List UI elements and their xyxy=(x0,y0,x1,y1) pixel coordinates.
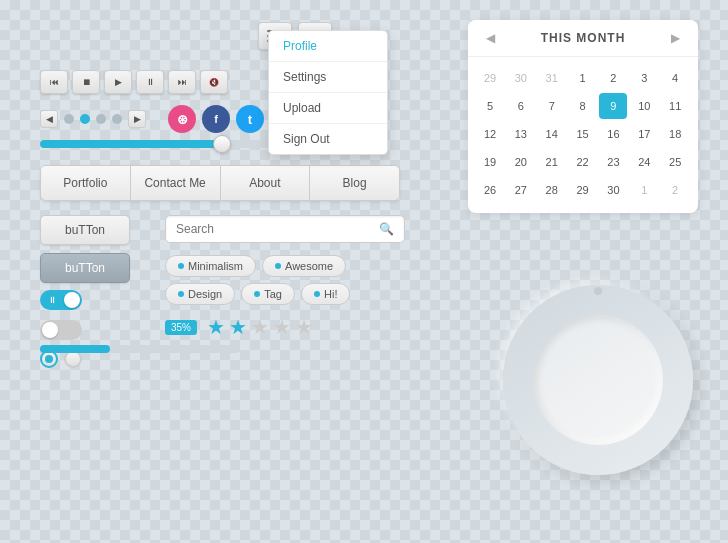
radio-inner-dot xyxy=(45,355,53,363)
tag-hi[interactable]: Hi! xyxy=(301,283,350,305)
tag-minimalism[interactable]: Minimalism xyxy=(165,255,256,277)
calendar-grid: 29 30 31 1 2 3 4 5 6 7 8 9 10 11 12 13 1… xyxy=(468,57,698,213)
cal-cell[interactable]: 29 xyxy=(476,65,504,91)
tag-design[interactable]: Design xyxy=(165,283,235,305)
social-dribbble-icon[interactable]: ⊛ xyxy=(168,105,196,133)
search-box: 🔍 xyxy=(165,215,405,243)
star-2[interactable]: ★ xyxy=(229,315,247,339)
toggle-knob-off xyxy=(42,322,58,338)
nav-dot-4[interactable] xyxy=(112,114,122,124)
search-icon: 🔍 xyxy=(379,222,394,236)
cal-cell[interactable]: 12 xyxy=(476,121,504,147)
toggle-1-wrap: ⏸ xyxy=(40,290,82,310)
dropdown-menu: Profile Settings Upload Sign Out xyxy=(268,30,388,155)
cal-cell[interactable]: 21 xyxy=(538,149,566,175)
cal-cell[interactable]: 25 xyxy=(661,149,689,175)
progress-bar-track xyxy=(40,345,240,353)
play-button[interactable]: ▶ xyxy=(104,70,132,94)
cal-cell[interactable]: 20 xyxy=(507,149,535,175)
calendar-title: THIS MONTH xyxy=(541,31,626,45)
calendar-row-3: 12 13 14 15 16 17 18 xyxy=(476,121,690,147)
cal-cell[interactable]: 23 xyxy=(599,149,627,175)
dropdown-item-profile[interactable]: Profile xyxy=(269,31,387,62)
cal-cell[interactable]: 17 xyxy=(630,121,658,147)
percentage-badge: 35% xyxy=(165,320,197,335)
cal-cell[interactable]: 24 xyxy=(630,149,658,175)
cal-cell[interactable]: 15 xyxy=(569,121,597,147)
calendar-next[interactable]: ▶ xyxy=(666,28,686,48)
star-5[interactable]: ★ xyxy=(295,315,313,339)
tab-blog[interactable]: Blog xyxy=(310,166,399,200)
volume-button[interactable]: 🔇 xyxy=(200,70,228,94)
cal-cell[interactable]: 10 xyxy=(630,93,658,119)
calendar-header: ◀ THIS MONTH ▶ xyxy=(468,20,698,57)
tag-tag[interactable]: Tag xyxy=(241,283,295,305)
calendar: ◀ THIS MONTH ▶ 29 30 31 1 2 3 4 5 6 7 8 … xyxy=(468,20,698,213)
cal-cell[interactable]: 30 xyxy=(599,177,627,203)
button-dark[interactable]: buTTon xyxy=(40,253,130,283)
cal-cell[interactable]: 14 xyxy=(538,121,566,147)
toggle-2-wrap xyxy=(40,320,82,340)
rewind-button[interactable]: ⏮ xyxy=(40,70,68,94)
dropdown-item-upload[interactable]: Upload xyxy=(269,93,387,124)
cal-cell[interactable]: 29 xyxy=(569,177,597,203)
slider-track xyxy=(40,140,290,148)
social-facebook-icon[interactable]: f xyxy=(202,105,230,133)
cal-cell[interactable]: 11 xyxy=(661,93,689,119)
cal-cell[interactable]: 19 xyxy=(476,149,504,175)
dropdown-item-signout[interactable]: Sign Out xyxy=(269,124,387,154)
cal-cell[interactable]: 6 xyxy=(507,93,535,119)
cal-cell[interactable]: 5 xyxy=(476,93,504,119)
nav-dot-2[interactable] xyxy=(80,114,90,124)
toggle-knob-on xyxy=(64,292,80,308)
nav-dot-3[interactable] xyxy=(96,114,106,124)
toggle-off[interactable] xyxy=(40,320,82,340)
fastforward-button[interactable]: ⏭ xyxy=(168,70,196,94)
cal-cell[interactable]: 18 xyxy=(661,121,689,147)
tab-portfolio[interactable]: Portfolio xyxy=(41,166,131,200)
search-input[interactable] xyxy=(176,222,379,236)
cal-cell[interactable]: 13 xyxy=(507,121,535,147)
nav-dot-1[interactable] xyxy=(64,114,74,124)
tab-about[interactable]: About xyxy=(221,166,311,200)
cal-cell[interactable]: 28 xyxy=(538,177,566,203)
nav-next-button[interactable]: ▶ xyxy=(128,110,146,128)
calendar-prev[interactable]: ◀ xyxy=(480,28,500,48)
cal-cell[interactable]: 3 xyxy=(630,65,658,91)
cal-cell[interactable]: 7 xyxy=(538,93,566,119)
cal-cell[interactable]: 1 xyxy=(630,177,658,203)
nav-prev-button[interactable]: ◀ xyxy=(40,110,58,128)
dropdown-item-settings[interactable]: Settings xyxy=(269,62,387,93)
button-outline[interactable]: buTTon xyxy=(40,215,130,245)
cal-cell[interactable]: 26 xyxy=(476,177,504,203)
cal-cell[interactable]: 22 xyxy=(569,149,597,175)
cal-cell[interactable]: 30 xyxy=(507,65,535,91)
knob-indicator xyxy=(594,287,602,295)
cal-cell[interactable]: 2 xyxy=(661,177,689,203)
pause-icon-toggle: ⏸ xyxy=(48,295,57,305)
cal-cell-today[interactable]: 9 xyxy=(599,93,627,119)
nav-tabs: Portfolio Contact Me About Blog xyxy=(40,165,400,201)
cal-cell[interactable]: 2 xyxy=(599,65,627,91)
cal-cell[interactable]: 16 xyxy=(599,121,627,147)
cal-cell[interactable]: 27 xyxy=(507,177,535,203)
cal-cell[interactable]: 31 xyxy=(538,65,566,91)
cal-cell[interactable]: 4 xyxy=(661,65,689,91)
calendar-header-row: 29 30 31 1 2 3 4 xyxy=(476,65,690,91)
stop-button[interactable]: ⏹ xyxy=(72,70,100,94)
tag-awesome[interactable]: Awesome xyxy=(262,255,346,277)
pause-button[interactable]: ⏸ xyxy=(136,70,164,94)
star-1[interactable]: ★ xyxy=(207,315,225,339)
slider-thumb[interactable] xyxy=(213,135,231,153)
calendar-row-5: 26 27 28 29 30 1 2 xyxy=(476,177,690,203)
tab-contact-me[interactable]: Contact Me xyxy=(131,166,221,200)
cal-cell[interactable]: 8 xyxy=(569,93,597,119)
social-twitter-icon[interactable]: t xyxy=(236,105,264,133)
toggle-on[interactable]: ⏸ xyxy=(40,290,82,310)
star-4[interactable]: ★ xyxy=(273,315,291,339)
cal-cell[interactable]: 1 xyxy=(569,65,597,91)
star-3[interactable]: ★ xyxy=(251,315,269,339)
tags-container: Minimalism Awesome Design Tag Hi! xyxy=(165,255,405,305)
knob-outer[interactable] xyxy=(503,285,693,475)
calendar-row-2: 5 6 7 8 9 10 11 xyxy=(476,93,690,119)
